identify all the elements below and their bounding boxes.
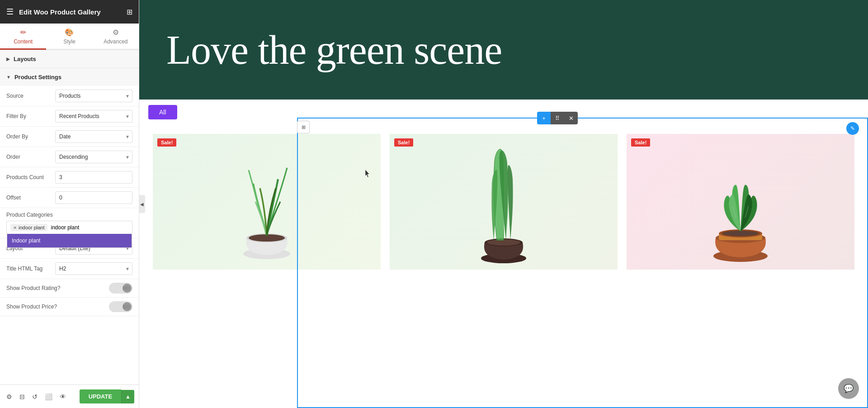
grid-icon[interactable]: ⊞: [127, 8, 132, 16]
collapse-arrow-icon: ◀: [140, 202, 144, 207]
undo-icon[interactable]: ↺: [30, 391, 39, 402]
show-price-toggle[interactable]: NO: [109, 301, 132, 312]
product-settings-chevron-icon: ▼: [6, 75, 11, 80]
title-html-tag-row: Title HTML Tag H2 H3 H4 ▼: [0, 259, 139, 279]
column-selector-icon[interactable]: ⊞: [297, 121, 310, 133]
product-card-1: Sale!: [148, 129, 385, 274]
tab-content[interactable]: ✏ Content: [0, 24, 46, 50]
product-settings-section-header[interactable]: ▼ Product Settings: [0, 68, 139, 86]
content-icon: ✏: [20, 28, 26, 37]
tab-style-label: Style: [63, 38, 75, 45]
categories-dropdown: Indoor plant: [7, 234, 132, 248]
gallery-section: All Sale!: [139, 100, 868, 283]
order-label: Order: [6, 154, 52, 160]
order-by-row: Order By Date Title Price ▼: [0, 127, 139, 147]
layers-icon[interactable]: ⊟: [18, 391, 27, 402]
filter-by-select[interactable]: Recent Products Featured Products Sale P…: [55, 110, 132, 123]
update-btn-wrap: UPDATE ▲: [80, 389, 134, 403]
panel-body: ▶ Layouts ▼ Product Settings Source Prod…: [0, 50, 139, 384]
element-toolbar: + ⠿ ✕: [537, 112, 578, 124]
categories-row: Product Categories ✕ indoor plant Indoor…: [0, 208, 139, 238]
category-tag-indoor-plant: ✕ indoor plant: [10, 224, 47, 231]
eye-icon[interactable]: 👁: [58, 391, 68, 402]
source-select-wrap: Products Featured Products Sale Products…: [55, 90, 132, 102]
hamburger-icon[interactable]: ☰: [6, 7, 14, 17]
title-html-tag-label: Title HTML Tag: [6, 266, 52, 272]
product-card-3: Sale!: [622, 129, 859, 274]
filter-by-row: Filter By Recent Products Featured Produ…: [0, 106, 139, 127]
order-row: Order Descending Ascending ▼: [0, 147, 139, 167]
advanced-icon: ⚙: [113, 28, 119, 37]
categories-text-input[interactable]: [49, 223, 85, 232]
sale-badge-2: Sale!: [394, 138, 413, 147]
offset-label: Offset: [6, 195, 52, 201]
tab-content-label: Content: [14, 38, 33, 45]
bottom-bar: ⚙ ⊟ ↺ ⬜ 👁 UPDATE ▲: [0, 384, 139, 408]
panel-header: ☰ Edit Woo Product Gallery ⊞: [0, 0, 139, 24]
products-count-row: Products Count: [0, 167, 139, 188]
source-select[interactable]: Products Featured Products Sale Products: [55, 90, 132, 102]
layouts-chevron-icon: ▶: [6, 57, 10, 62]
show-rating-toggle[interactable]: NO: [109, 283, 132, 294]
products-count-input[interactable]: [55, 171, 132, 184]
layouts-section-label: Layouts: [14, 56, 36, 62]
products-grid: Sale!: [139, 125, 868, 283]
product-image-3: Sale!: [627, 134, 854, 270]
bottom-icons: ⚙ ⊟ ↺ ⬜ 👁: [5, 391, 68, 402]
tag-close-icon[interactable]: ✕: [13, 225, 17, 230]
offset-row: Offset: [0, 188, 139, 208]
product-image-2: Sale!: [390, 134, 618, 270]
order-select[interactable]: Descending Ascending: [55, 151, 132, 163]
svg-point-11: [722, 231, 759, 236]
hero-title: Love the green scene: [166, 28, 502, 72]
canvas: Love the green scene + ⠿ ✕ ⊞ ✎ All Sale!: [139, 0, 868, 408]
show-rating-row: Show Product Rating? NO: [0, 279, 139, 298]
chat-bubble-button[interactable]: 💬: [838, 378, 859, 399]
sale-badge-3: Sale!: [631, 138, 650, 147]
toolbar-close-button[interactable]: ✕: [564, 112, 578, 124]
update-dropdown-button[interactable]: ▲: [121, 390, 134, 403]
style-icon: 🎨: [65, 28, 74, 37]
filter-all-button[interactable]: All: [148, 105, 177, 119]
tab-bar: ✏ Content 🎨 Style ⚙ Advanced: [0, 24, 139, 50]
show-rating-label: Show Product Rating?: [6, 285, 109, 291]
categories-label: Product Categories: [6, 212, 132, 218]
toolbar-add-button[interactable]: +: [537, 112, 551, 124]
tab-advanced-label: Advanced: [104, 38, 127, 45]
filter-by-select-wrap: Recent Products Featured Products Sale P…: [55, 110, 132, 123]
left-panel: ☰ Edit Woo Product Gallery ⊞ ✏ Content 🎨…: [0, 0, 139, 408]
suggestion-indoor-plant[interactable]: Indoor plant: [7, 234, 132, 247]
collapse-handle[interactable]: ◀: [139, 195, 145, 213]
tab-advanced[interactable]: ⚙ Advanced: [93, 24, 139, 50]
toolbar-move-button[interactable]: ⠿: [551, 112, 564, 124]
show-price-label: Show Product Price?: [6, 304, 109, 310]
settings-icon[interactable]: ⚙: [5, 391, 14, 402]
source-row: Source Products Featured Products Sale P…: [0, 86, 139, 106]
toggle-no-rating: NO: [123, 286, 130, 291]
plant-svg-1: [222, 143, 312, 261]
filter-bar: All: [139, 100, 868, 125]
show-price-row: Show Product Price? NO: [0, 298, 139, 316]
product-settings-section-label: Product Settings: [14, 74, 61, 81]
plant-svg-3: [695, 141, 786, 263]
tab-style[interactable]: 🎨 Style: [46, 24, 92, 50]
filter-by-label: Filter By: [6, 113, 52, 119]
responsive-icon[interactable]: ⬜: [43, 391, 54, 402]
update-button[interactable]: UPDATE: [80, 389, 121, 403]
layouts-section-header[interactable]: ▶ Layouts: [0, 50, 139, 68]
title-html-select[interactable]: H2 H3 H4: [55, 262, 132, 275]
categories-input-wrap: ✕ indoor plant Indoor plant: [6, 221, 132, 234]
products-count-input-wrap: [55, 171, 132, 184]
order-by-select[interactable]: Date Title Price: [55, 130, 132, 143]
sale-badge-1: Sale!: [157, 138, 176, 147]
source-label: Source: [6, 93, 52, 99]
panel-title: Edit Woo Product Gallery: [19, 8, 101, 16]
offset-input-wrap: [55, 191, 132, 204]
toggle-no-price: NO: [123, 304, 130, 309]
offset-input[interactable]: [55, 191, 132, 204]
categories-tags: ✕ indoor plant: [7, 221, 132, 234]
title-html-select-wrap: H2 H3 H4 ▼: [55, 262, 132, 275]
edit-corner-button[interactable]: ✎: [846, 122, 859, 135]
products-count-label: Products Count: [6, 174, 52, 180]
order-by-label: Order By: [6, 133, 52, 140]
